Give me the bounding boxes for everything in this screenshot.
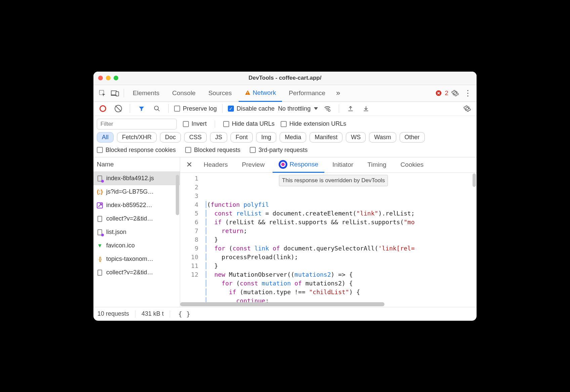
invert-checkbox[interactable]: Invert [183, 120, 207, 127]
resource-type-filter: AllFetch/XHRDocCSSJSFontImgMediaManifest… [93, 131, 477, 145]
status-transferred: 431 kB t [141, 310, 164, 317]
window-controls [93, 76, 118, 80]
status-request-count: 10 requests [97, 310, 129, 317]
request-name: favicon.ico [106, 242, 135, 249]
blocked-requests-checkbox[interactable]: Blocked requests [185, 147, 240, 154]
chevron-down-icon [314, 107, 318, 112]
request-name: collect?v=2&tid… [106, 269, 153, 276]
request-name: index-b859522… [106, 202, 152, 209]
type-chip-css[interactable]: CSS [184, 132, 207, 143]
third-party-checkbox[interactable]: 3rd-party requests [250, 147, 308, 154]
svg-point-7 [155, 106, 159, 110]
main-tab-bar: Elements Console Sources Network Perform… [93, 85, 477, 102]
tab-elements[interactable]: Elements [127, 85, 165, 102]
type-chip-fetchxhr[interactable]: Fetch/XHR [117, 132, 157, 143]
clear-button[interactable] [112, 103, 124, 115]
sidebar-scrollbar[interactable] [176, 175, 179, 215]
hide-extension-urls-checkbox[interactable]: Hide extension URLs [281, 120, 346, 127]
error-indicator[interactable]: 2 [435, 89, 448, 97]
tab-console[interactable]: Console [166, 85, 202, 102]
close-window-button[interactable] [98, 76, 103, 80]
tab-network[interactable]: Network [239, 85, 282, 102]
divider [124, 89, 124, 97]
network-toolbar: Preserve log ✓Disable cache No throttlin… [93, 102, 477, 116]
line-gutter: 123456789101112 [180, 173, 204, 307]
request-row[interactable]: index-8bfa4912.js [93, 172, 180, 185]
type-chip-wasm[interactable]: Wasm [369, 132, 396, 143]
request-name: js?id=G-LB75G… [106, 188, 154, 195]
pretty-print-button[interactable]: { } [176, 310, 192, 318]
devtools-window: DevTools - coffee-cart.app/ Elements Con… [93, 72, 477, 321]
request-row[interactable]: list.json [93, 226, 180, 239]
record-button[interactable] [97, 103, 109, 115]
request-name: collect?v=2&tid… [106, 215, 153, 222]
request-row[interactable]: collect?v=2&tid… [93, 212, 180, 226]
disable-cache-checkbox[interactable]: ✓Disable cache [228, 105, 275, 112]
filter-input[interactable] [97, 119, 177, 129]
svg-line-8 [158, 110, 160, 111]
window-titlebar: DevTools - coffee-cart.app/ [93, 72, 477, 85]
type-chip-all[interactable]: All [97, 132, 114, 143]
request-name: list.json [106, 229, 126, 236]
request-row[interactable]: {}topics-taxonom… [93, 252, 180, 266]
type-chip-img[interactable]: Img [256, 132, 276, 143]
request-row[interactable]: {;}js?id=G-LB75G… [93, 185, 180, 199]
column-header-name[interactable]: Name [93, 157, 180, 172]
request-list: Name index-8bfa4912.js{;}js?id=G-LB75G…↗… [93, 157, 180, 307]
tab-performance[interactable]: Performance [283, 85, 331, 102]
tab-sources[interactable]: Sources [202, 85, 238, 102]
filter-icon[interactable] [135, 103, 148, 115]
type-chip-manifest[interactable]: Manifest [310, 132, 342, 143]
detail-tab-response[interactable]: Response [273, 157, 324, 173]
type-chip-doc[interactable]: Doc [160, 132, 181, 143]
type-chip-font[interactable]: Font [231, 132, 253, 143]
type-chip-js[interactable]: JS [210, 132, 227, 143]
code-horizontal-scrollbar[interactable] [180, 302, 472, 306]
override-indicator-icon [279, 160, 287, 169]
svg-rect-4 [247, 92, 248, 93]
request-row[interactable]: collect?v=2&tid… [93, 266, 180, 279]
detail-tab-bar: ✕ Headers Preview Response Initiator Tim… [180, 157, 477, 173]
network-conditions-icon[interactable] [321, 103, 333, 115]
type-chip-media[interactable]: Media [280, 132, 306, 143]
response-code-viewer[interactable]: 123456789101112 This response is overrid… [180, 173, 477, 307]
error-icon [435, 90, 442, 96]
type-chip-ws[interactable]: WS [346, 132, 366, 143]
network-settings-icon[interactable] [461, 103, 473, 115]
export-har-icon[interactable] [344, 103, 357, 115]
import-har-icon[interactable] [360, 103, 372, 115]
minimize-window-button[interactable] [106, 76, 111, 80]
warning-icon [245, 90, 251, 96]
settings-icon[interactable] [449, 87, 461, 99]
network-content: Name index-8bfa4912.js{;}js?id=G-LB75G…↗… [93, 157, 477, 307]
status-bar: 10 requests 431 kB t { } [93, 307, 477, 321]
code-vertical-scrollbar[interactable] [473, 173, 476, 187]
request-name: topics-taxonom… [106, 256, 153, 263]
override-tooltip: This response is overridden by DevTools [279, 175, 388, 186]
device-toolbar-icon[interactable] [109, 87, 121, 99]
request-details: ✕ Headers Preview Response Initiator Tim… [180, 157, 477, 307]
svg-point-9 [328, 110, 330, 112]
detail-tab-headers[interactable]: Headers [198, 157, 234, 172]
more-filters-row: Blocked response cookies Blocked request… [93, 145, 477, 157]
kebab-menu-icon[interactable]: ⋮ [462, 87, 474, 99]
detail-tab-cookies[interactable]: Cookies [395, 157, 430, 172]
code-content[interactable]: This response is overridden by DevTools(… [204, 173, 477, 307]
search-icon[interactable] [151, 103, 163, 115]
close-details-button[interactable]: ✕ [183, 160, 196, 169]
hide-data-urls-checkbox[interactable]: Hide data URLs [223, 120, 275, 127]
blocked-cookies-checkbox[interactable]: Blocked response cookies [97, 147, 176, 154]
throttling-select[interactable]: No throttling [278, 105, 318, 112]
svg-rect-5 [247, 94, 248, 94]
zoom-window-button[interactable] [114, 76, 118, 80]
request-row[interactable]: ↗index-b859522… [93, 199, 180, 212]
detail-tab-timing[interactable]: Timing [361, 157, 392, 172]
request-name: index-8bfa4912.js [106, 175, 154, 182]
type-chip-other[interactable]: Other [400, 132, 425, 143]
detail-tab-preview[interactable]: Preview [236, 157, 271, 172]
more-tabs-button[interactable]: » [332, 87, 344, 99]
detail-tab-initiator[interactable]: Initiator [326, 157, 359, 172]
inspect-element-icon[interactable] [96, 87, 108, 99]
preserve-log-checkbox[interactable]: Preserve log [174, 105, 217, 112]
request-row[interactable]: ▼favicon.ico [93, 239, 180, 252]
